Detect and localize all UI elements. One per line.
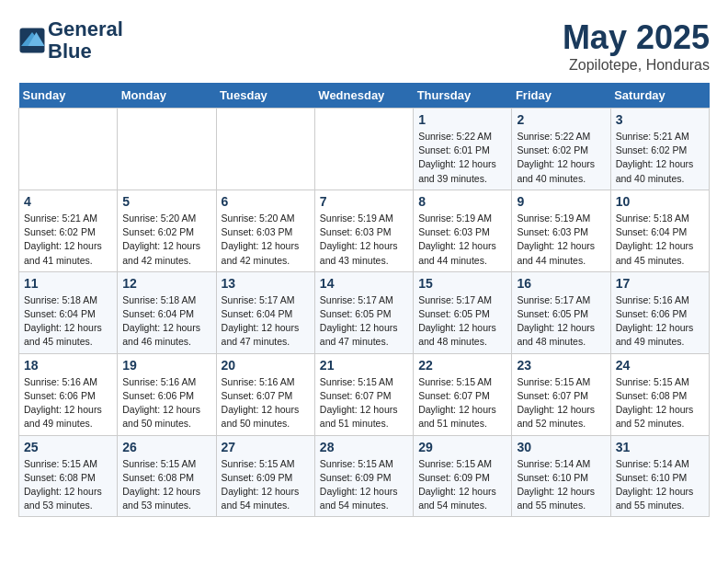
weekday-header-row: SundayMondayTuesdayWednesdayThursdayFrid… [19,83,710,109]
day-number: 26 [122,440,210,454]
calendar-cell: 30Sunrise: 5:14 AMSunset: 6:10 PMDayligh… [512,435,610,517]
day-number: 30 [517,440,605,454]
day-info: Sunrise: 5:19 AMSunset: 6:03 PMDaylight:… [418,212,506,268]
day-info: Sunrise: 5:17 AMSunset: 6:04 PMDaylight:… [222,293,310,350]
day-info: Sunrise: 5:17 AMSunset: 6:05 PMDaylight:… [517,293,605,350]
calendar-cell: 18Sunrise: 5:16 AMSunset: 6:06 PMDayligh… [19,353,118,435]
calendar-cell: 9Sunrise: 5:19 AMSunset: 6:03 PMDaylight… [512,190,610,271]
day-number: 13 [222,276,310,291]
page-header: General Blue May 2025 Zopilotepe, Hondur… [18,18,710,74]
day-info: Sunrise: 5:16 AMSunset: 6:06 PMDaylight:… [616,293,704,350]
weekday-saturday: Saturday [610,83,709,109]
calendar-cell: 2Sunrise: 5:22 AMSunset: 6:02 PMDaylight… [512,109,610,190]
day-number: 21 [320,358,408,373]
calendar-cell: 6Sunrise: 5:20 AMSunset: 6:03 PMDaylight… [216,190,314,271]
day-number: 10 [616,194,704,209]
calendar-cell: 23Sunrise: 5:15 AMSunset: 6:07 PMDayligh… [512,353,610,435]
calendar-cell: 10Sunrise: 5:18 AMSunset: 6:04 PMDayligh… [610,190,709,271]
day-number: 3 [616,112,704,127]
location: Zopilotepe, Honduras [563,57,710,74]
week-row-4: 18Sunrise: 5:16 AMSunset: 6:06 PMDayligh… [19,353,710,435]
day-info: Sunrise: 5:15 AMSunset: 6:07 PMDaylight:… [418,375,506,431]
calendar-cell: 28Sunrise: 5:15 AMSunset: 6:09 PMDayligh… [314,435,413,517]
day-number: 16 [517,276,605,291]
calendar-cell: 24Sunrise: 5:15 AMSunset: 6:08 PMDayligh… [610,353,709,435]
day-number: 6 [222,194,310,209]
day-info: Sunrise: 5:16 AMSunset: 6:06 PMDaylight:… [122,375,210,431]
day-info: Sunrise: 5:17 AMSunset: 6:05 PMDaylight:… [418,293,506,350]
week-row-1: 1Sunrise: 5:22 AMSunset: 6:01 PMDaylight… [19,109,710,190]
day-info: Sunrise: 5:19 AMSunset: 6:03 PMDaylight:… [320,212,408,268]
day-info: Sunrise: 5:20 AMSunset: 6:02 PMDaylight:… [122,212,210,268]
day-info: Sunrise: 5:22 AMSunset: 6:02 PMDaylight:… [517,130,605,186]
logo: General Blue [18,18,123,63]
day-number: 15 [418,276,506,291]
logo-line2: Blue [48,40,92,63]
weekday-wednesday: Wednesday [314,83,413,109]
day-info: Sunrise: 5:16 AMSunset: 6:06 PMDaylight:… [24,375,112,431]
calendar-cell: 20Sunrise: 5:16 AMSunset: 6:07 PMDayligh… [216,353,314,435]
day-number: 7 [320,194,408,209]
day-info: Sunrise: 5:18 AMSunset: 6:04 PMDaylight:… [122,293,210,350]
weekday-friday: Friday [512,83,610,109]
week-row-3: 11Sunrise: 5:18 AMSunset: 6:04 PMDayligh… [19,271,710,353]
day-info: Sunrise: 5:21 AMSunset: 6:02 PMDaylight:… [616,130,704,186]
calendar-cell: 1Sunrise: 5:22 AMSunset: 6:01 PMDaylight… [414,109,512,190]
day-number: 20 [222,358,310,373]
day-info: Sunrise: 5:22 AMSunset: 6:01 PMDaylight:… [418,130,506,186]
calendar-cell [216,109,314,190]
day-info: Sunrise: 5:15 AMSunset: 6:09 PMDaylight:… [418,457,506,513]
calendar-cell: 27Sunrise: 5:15 AMSunset: 6:09 PMDayligh… [216,435,314,517]
day-number: 25 [24,440,112,454]
day-number: 27 [222,440,310,454]
calendar-cell: 12Sunrise: 5:18 AMSunset: 6:04 PMDayligh… [118,271,216,353]
calendar-cell: 3Sunrise: 5:21 AMSunset: 6:02 PMDaylight… [610,109,709,190]
day-number: 4 [24,194,112,209]
day-info: Sunrise: 5:19 AMSunset: 6:03 PMDaylight:… [517,212,605,268]
day-info: Sunrise: 5:14 AMSunset: 6:10 PMDaylight:… [517,457,605,513]
day-info: Sunrise: 5:14 AMSunset: 6:10 PMDaylight:… [616,457,704,513]
calendar-cell: 26Sunrise: 5:15 AMSunset: 6:08 PMDayligh… [118,435,216,517]
week-row-5: 25Sunrise: 5:15 AMSunset: 6:08 PMDayligh… [19,435,710,517]
day-info: Sunrise: 5:18 AMSunset: 6:04 PMDaylight:… [24,293,112,350]
day-info: Sunrise: 5:15 AMSunset: 6:08 PMDaylight:… [122,457,210,513]
calendar-cell: 7Sunrise: 5:19 AMSunset: 6:03 PMDaylight… [314,190,413,271]
day-number: 19 [122,358,210,373]
day-number: 29 [418,440,506,454]
calendar-cell: 16Sunrise: 5:17 AMSunset: 6:05 PMDayligh… [512,271,610,353]
title-block: May 2025 Zopilotepe, Honduras [563,18,710,74]
calendar-cell: 11Sunrise: 5:18 AMSunset: 6:04 PMDayligh… [19,271,118,353]
calendar-cell: 17Sunrise: 5:16 AMSunset: 6:06 PMDayligh… [610,271,709,353]
day-number: 11 [24,276,112,291]
day-info: Sunrise: 5:15 AMSunset: 6:08 PMDaylight:… [616,375,704,431]
logo-text: General Blue [48,18,123,63]
month-title: May 2025 [563,18,710,57]
calendar-cell: 31Sunrise: 5:14 AMSunset: 6:10 PMDayligh… [610,435,709,517]
day-number: 24 [616,358,704,373]
day-number: 12 [122,276,210,291]
week-row-2: 4Sunrise: 5:21 AMSunset: 6:02 PMDaylight… [19,190,710,271]
day-number: 17 [616,276,704,291]
day-info: Sunrise: 5:16 AMSunset: 6:07 PMDaylight:… [222,375,310,431]
day-info: Sunrise: 5:15 AMSunset: 6:09 PMDaylight:… [320,457,408,513]
day-number: 8 [418,194,506,209]
day-number: 18 [24,358,112,373]
calendar-cell: 14Sunrise: 5:17 AMSunset: 6:05 PMDayligh… [314,271,413,353]
calendar-cell: 29Sunrise: 5:15 AMSunset: 6:09 PMDayligh… [414,435,512,517]
calendar-cell [314,109,413,190]
day-info: Sunrise: 5:15 AMSunset: 6:07 PMDaylight:… [320,375,408,431]
calendar-cell: 8Sunrise: 5:19 AMSunset: 6:03 PMDaylight… [414,190,512,271]
day-number: 28 [320,440,408,454]
calendar-cell: 25Sunrise: 5:15 AMSunset: 6:08 PMDayligh… [19,435,118,517]
day-number: 2 [517,112,605,127]
day-info: Sunrise: 5:15 AMSunset: 6:08 PMDaylight:… [24,457,112,513]
day-number: 1 [418,112,506,127]
calendar-cell: 15Sunrise: 5:17 AMSunset: 6:05 PMDayligh… [414,271,512,353]
calendar-header: SundayMondayTuesdayWednesdayThursdayFrid… [19,83,710,109]
weekday-sunday: Sunday [19,83,118,109]
day-number: 14 [320,276,408,291]
calendar-cell [19,109,118,190]
day-number: 23 [517,358,605,373]
calendar-cell: 4Sunrise: 5:21 AMSunset: 6:02 PMDaylight… [19,190,118,271]
calendar-cell: 19Sunrise: 5:16 AMSunset: 6:06 PMDayligh… [118,353,216,435]
